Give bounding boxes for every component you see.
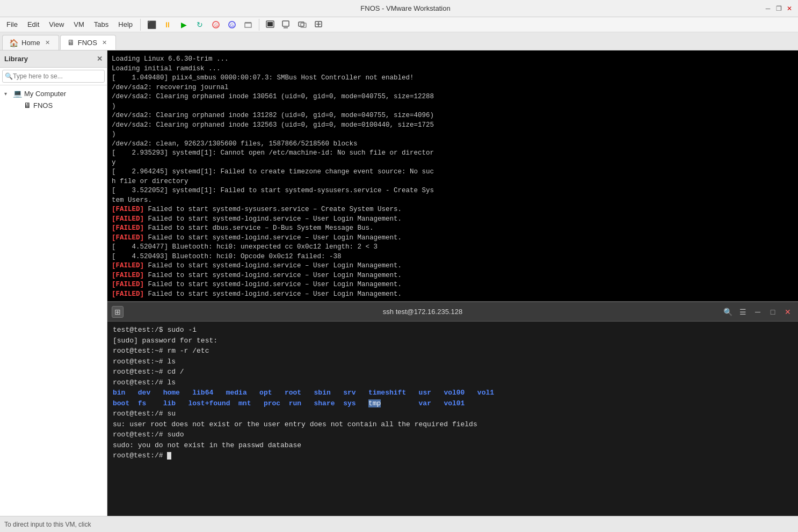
vm-output-line: [ 4.520477] Bluetooth: hci0: unexpected …: [112, 243, 794, 252]
ssh-titlebar: ⊞ ssh test@172.16.235.128 🔍 ☰ ─ □ ✕: [107, 302, 798, 322]
ssh-line: root@test:~# cd /: [113, 367, 793, 377]
ssh-line: root@test:/#: [113, 450, 793, 461]
vm-output-line: /dev/sda2: recovering journal: [112, 83, 794, 93]
svg-rect-7: [267, 22, 273, 26]
menu-file[interactable]: File: [2, 19, 22, 30]
ssh-line: test@test:/$ sudo -i: [113, 325, 793, 336]
ssh-maximize-button[interactable]: □: [767, 306, 779, 318]
svg-text:G: G: [214, 23, 218, 28]
ls-item: share: [301, 399, 335, 407]
ssh-line: root@test:/# sudo: [113, 429, 793, 440]
ls-item: run: [280, 399, 301, 407]
sidebar-title: Library: [4, 55, 28, 63]
vm-output-line: /dev/sda2: Clearing orphaned inode 13056…: [112, 92, 794, 102]
search-input[interactable]: [13, 72, 102, 80]
toolbar-play-btn[interactable]: ▶: [176, 18, 191, 31]
expand-icon: ▾: [4, 91, 11, 97]
home-tab-icon: 🏠: [9, 39, 18, 47]
search-icon: 🔍: [5, 72, 13, 80]
menu-vm[interactable]: VM: [69, 19, 89, 30]
fnos-label: FNOS: [33, 101, 53, 110]
vm-output-line: Loading initial ramdisk ...: [112, 64, 794, 74]
ls-item: lost+found: [176, 399, 230, 407]
ls-item: opt: [259, 389, 272, 397]
ls-item: bin: [113, 389, 125, 397]
toolbar-refresh-btn[interactable]: ↻: [192, 18, 207, 31]
menu-edit[interactable]: Edit: [23, 19, 43, 30]
ssh-minimize-button[interactable]: ─: [752, 306, 764, 318]
toolbar-pause-btn[interactable]: ⏸: [160, 18, 175, 31]
ls-item: fs: [129, 399, 146, 407]
tab-home[interactable]: 🏠 Home ✕: [2, 35, 59, 50]
ls-item: vol1: [477, 389, 494, 397]
toolbar-vm-btn4[interactable]: [311, 18, 326, 31]
menu-view[interactable]: View: [45, 19, 68, 30]
ssh-new-tab-button[interactable]: ⊞: [112, 306, 124, 318]
window-controls: ─ ❐ ✕: [764, 4, 794, 13]
restore-button[interactable]: ❐: [774, 4, 783, 13]
status-bar: To direct input to this VM, click: [0, 516, 798, 532]
tab-home-label: Home: [21, 39, 40, 47]
sidebar-close-icon[interactable]: ✕: [97, 55, 103, 63]
main-layout: Library ✕ 🔍 ▾ 💻 My Computer 🖥 FNOS: [0, 50, 798, 516]
ssh-line: bin dev home lib64 media opt root sbin s…: [113, 388, 793, 398]
sidebar-item-my-computer[interactable]: ▾ 💻 My Computer: [0, 88, 107, 99]
toolbar-btn7[interactable]: [241, 18, 256, 31]
ls-item: lib64: [192, 389, 213, 397]
vm-output-line: ): [112, 130, 794, 140]
ssh-line: sudo: you do not exist in the passwd dat…: [113, 440, 793, 451]
ssh-content[interactable]: test@test:/$ sudo -i[sudo] password for …: [107, 322, 798, 516]
toolbar-vm-btn3[interactable]: [295, 18, 310, 31]
ls-item: timeshift: [368, 389, 406, 397]
ls-item: boot: [113, 399, 129, 407]
sidebar-item-fnos[interactable]: 🖥 FNOS: [0, 99, 107, 111]
vm-output-line: [FAILED] Failed to start systemd-logind.…: [112, 215, 794, 224]
ls-item: srv: [343, 389, 356, 397]
toolbar-btn5[interactable]: G: [208, 18, 223, 31]
ls-item: root: [285, 389, 301, 397]
close-button[interactable]: ✕: [785, 4, 794, 13]
ssh-line: root@test:/# ls: [113, 377, 793, 388]
ssh-line: [sudo] password for test:: [113, 336, 793, 346]
toolbar-separator: [140, 19, 141, 31]
terminal-cursor: [167, 452, 171, 460]
vm-output-line: ): [112, 102, 794, 112]
minimize-button[interactable]: ─: [764, 4, 772, 13]
ssh-line: root@test:~# ls: [113, 356, 793, 367]
vm-output-line: [FAILED] Failed to start systemd-logind.…: [112, 261, 794, 271]
ssh-terminal[interactable]: ⊞ ssh test@172.16.235.128 🔍 ☰ ─ □ ✕ test…: [107, 301, 798, 516]
svg-rect-4: [245, 23, 251, 27]
ls-item: vol00: [444, 389, 465, 397]
menu-help[interactable]: Help: [114, 19, 137, 30]
ssh-menu-button[interactable]: ☰: [737, 306, 749, 318]
tab-home-close[interactable]: ✕: [43, 39, 52, 47]
menu-tabs[interactable]: Tabs: [90, 19, 113, 30]
ssh-title-left: ⊞: [112, 306, 124, 318]
ls-item: sys: [335, 399, 356, 407]
toolbar-power-btn[interactable]: ⬛: [144, 18, 159, 31]
vm-output-line: /dev/sda2: clean, 92623/1305600 files, 1…: [112, 140, 794, 149]
title-bar: FNOS - VMware Workstation ─ ❐ ✕: [0, 0, 798, 17]
tab-fnos[interactable]: 🖥 FNOS ✕: [60, 35, 116, 50]
ssh-search-button[interactable]: 🔍: [722, 306, 734, 318]
toolbar-btn6[interactable]: G: [224, 18, 240, 31]
ls-item: dev: [138, 389, 150, 397]
vm-output-line: [FAILED] Failed to start systemd-logind.…: [112, 290, 794, 300]
ls-item: usr: [419, 389, 431, 397]
fnos-icon: 🖥: [24, 101, 31, 110]
vm-area[interactable]: Loading Linux 6.6.30-trim ...Loading ini…: [107, 50, 798, 516]
tab-fnos-close[interactable]: ✕: [100, 38, 109, 47]
ssh-line: root@test:/# su: [113, 409, 793, 419]
toolbar-vm-btn2[interactable]: [279, 18, 294, 31]
ls-item: var: [381, 399, 431, 407]
ssh-close-button[interactable]: ✕: [782, 306, 794, 318]
sidebar-search-area: 🔍: [0, 68, 107, 85]
vm-output-line: y: [112, 158, 794, 168]
svg-rect-11: [301, 23, 306, 27]
ls-item: sbin: [314, 389, 331, 397]
toolbar-vm-btn1[interactable]: [263, 18, 278, 31]
vm-output-line: [ 2.935293] systemd[1]: Cannot open /etc…: [112, 149, 794, 158]
ls-item: mnt: [230, 399, 251, 407]
vm-output-line: Loading Linux 6.6.30-trim ...: [112, 55, 794, 64]
vm-output-line: [FAILED] Failed to start systemd-sysuser…: [112, 205, 794, 215]
